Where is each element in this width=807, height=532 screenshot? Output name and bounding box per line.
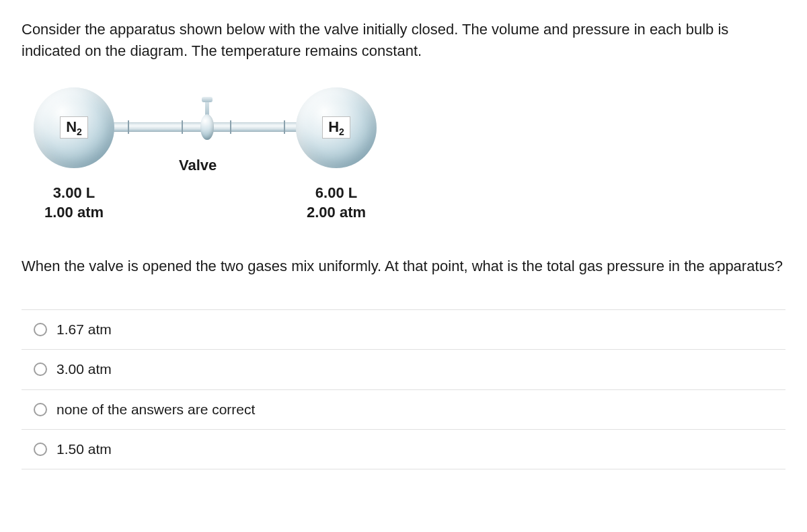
right-volume: 6.00 L <box>289 183 383 203</box>
left-bulb: N2 <box>34 87 114 168</box>
option-row[interactable]: 1.67 atm <box>22 310 785 350</box>
question-intro: Consider the apparatus shown below with … <box>22 19 785 62</box>
radio-icon[interactable] <box>34 403 47 416</box>
apparatus-diagram: N2 H2 Valve 3.00 L 1.00 atm 6.00 L 2.00 … <box>22 82 412 243</box>
right-bulb-values: 6.00 L 2.00 atm <box>289 183 383 223</box>
option-label: 1.67 atm <box>56 319 112 340</box>
right-pressure: 2.00 atm <box>289 202 383 223</box>
gas-base: N <box>66 118 77 135</box>
gas-sub: 2 <box>77 127 82 138</box>
gas-sub: 2 <box>339 127 344 138</box>
left-volume: 3.00 L <box>27 183 121 203</box>
valve-cap <box>202 97 213 102</box>
option-label: 1.50 atm <box>56 439 112 459</box>
radio-icon[interactable] <box>34 363 47 376</box>
option-row[interactable]: 1.50 atm <box>22 430 785 469</box>
option-label: 3.00 atm <box>56 359 112 379</box>
radio-icon[interactable] <box>34 323 47 336</box>
option-row[interactable]: none of the answers are correct <box>22 390 785 430</box>
left-pressure: 1.00 atm <box>27 202 121 223</box>
tube-tick <box>182 120 183 134</box>
right-bulb: H2 <box>296 87 377 168</box>
tube-tick <box>284 120 285 134</box>
valve-label: Valve <box>179 155 217 176</box>
valve-bulb <box>200 114 214 140</box>
left-bulb-values: 3.00 L 1.00 atm <box>27 183 121 223</box>
option-row[interactable]: 3.00 atm <box>22 350 785 389</box>
gas-base: H <box>328 118 339 135</box>
answer-options: 1.67 atm 3.00 atm none of the answers ar… <box>22 309 785 470</box>
right-bulb-gas-label: H2 <box>322 116 350 139</box>
tube-tick <box>128 120 129 134</box>
option-label: none of the answers are correct <box>56 400 255 420</box>
radio-icon[interactable] <box>34 443 47 456</box>
left-bulb-gas-label: N2 <box>60 116 88 139</box>
question-followup: When the valve is opened the two gases m… <box>22 256 785 277</box>
tube-tick <box>230 120 231 134</box>
